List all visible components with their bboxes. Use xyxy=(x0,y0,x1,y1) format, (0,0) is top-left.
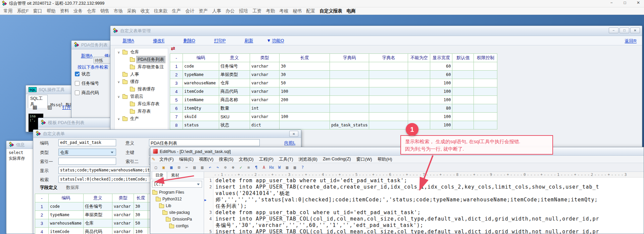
menu-item[interactable]: 考核 xyxy=(277,8,291,14)
swap-columns-icon[interactable]: ⇄ xyxy=(171,45,175,51)
menu-item[interactable]: 资产 xyxy=(197,8,210,14)
code-input[interactable]: edt_pad_wait_task xyxy=(58,139,116,146)
status-filter-combo[interactable]: 待拣 xyxy=(94,57,112,64)
toolbar-icon[interactable]: ▨ xyxy=(291,164,298,171)
editplus-menu-item[interactable]: 搜索(S) xyxy=(216,156,236,162)
tree-item[interactable]: 库存物资备注 xyxy=(115,63,168,71)
close-icon[interactable]: ✕ xyxy=(634,0,643,5)
toolbar-icon[interactable]: ▥ xyxy=(199,164,206,171)
filter-checkbox-row[interactable]: 商品代码 xyxy=(75,90,99,96)
table-row[interactable]: 3warehouseName仓库 varchar50 100 xyxy=(170,79,497,87)
tree-item[interactable]: 库位库存表 xyxy=(115,100,168,108)
functions-button[interactable]: ▼功能O xyxy=(266,37,284,44)
close-icon[interactable]: ✕ xyxy=(289,131,298,137)
back-button[interactable]: 返回R xyxy=(625,38,637,44)
code-line[interactable]: 4 insert into APP_USER_TAB_COL(col_id,co… xyxy=(204,216,644,222)
copy-icon[interactable]: ▥ xyxy=(47,104,52,110)
toolbar-link[interactable]: 修改E xyxy=(153,38,165,44)
meaning-input[interactable]: PDA任务列表 xyxy=(149,139,260,146)
menu-item[interactable]: 收支 xyxy=(138,8,152,14)
column-header[interactable]: 字典码 xyxy=(330,54,369,62)
toolbar-icon[interactable]: ▤ xyxy=(191,164,198,171)
table-row[interactable]: 7skuIdSKU varchar100 100 xyxy=(170,113,497,121)
editplus-menu-item[interactable]: 浏览器(B) xyxy=(296,156,320,162)
toolbar-icon[interactable]: W xyxy=(276,164,283,171)
editplus-menu-item[interactable]: 文档(D) xyxy=(236,156,256,162)
menu-item[interactable]: 人事 xyxy=(210,8,224,14)
checkbox-icon[interactable] xyxy=(75,90,80,95)
column-header[interactable]: 权限控制 xyxy=(474,54,497,62)
minimize-icon[interactable]: − xyxy=(607,0,616,5)
editplus-menu-item[interactable]: 窗口(W) xyxy=(354,156,375,162)
menu-item[interactable]: 仓库 xyxy=(85,8,98,14)
maximize-icon[interactable]: □ xyxy=(620,28,629,33)
tab-directory[interactable]: 目录 xyxy=(152,172,167,179)
code-line[interactable]: 任务列表'); xyxy=(204,203,644,209)
save-icon[interactable]: ▦ xyxy=(33,104,37,110)
code-line[interactable]: values('20241014','杨老 xyxy=(204,190,644,197)
code-line[interactable]: ▶ 师','','','','status[val:0|checked];cod… xyxy=(204,197,644,203)
expander-icon[interactable]: ∨ xyxy=(117,95,121,99)
custom-form-title-bar[interactable]: 自定义表单 ✕ xyxy=(33,130,301,138)
toolbar-icon[interactable]: ⊕ xyxy=(230,164,237,171)
maximize-icon[interactable]: □ xyxy=(621,0,629,5)
tree-item[interactable]: PDA任务列表 xyxy=(115,56,168,63)
table-row[interactable]: 5itemName商品名称 varchar200 100 xyxy=(170,96,497,104)
toolbar-icon[interactable]: ▦ xyxy=(168,164,175,171)
code-line[interactable]: 务编号','30','varchar','','',60,'','1','','… xyxy=(204,222,644,229)
menu-item[interactable]: 往来款 xyxy=(152,8,170,14)
menu-item[interactable]: 工资 xyxy=(250,8,264,14)
close-icon[interactable]: ✕ xyxy=(630,28,640,33)
checkbox-icon[interactable] xyxy=(75,81,80,86)
menu-item[interactable]: 常用 xyxy=(1,8,15,14)
menu-item[interactable]: 销售 xyxy=(98,8,111,14)
tree-item[interactable]: ∨ 管易云 xyxy=(115,93,168,100)
editplus-menu-item[interactable]: 工程(P) xyxy=(256,156,276,162)
folder-item[interactable]: site-packag xyxy=(150,209,204,216)
editplus-menu-item[interactable]: 工具(T) xyxy=(276,156,296,162)
column-header[interactable]: 字典名 xyxy=(369,54,408,62)
expander-icon[interactable]: ∨ xyxy=(117,117,121,121)
toolbar-icon[interactable]: ? xyxy=(299,164,306,171)
toolbar-icon[interactable]: Hx xyxy=(268,164,275,171)
menu-item[interactable]: 会计 xyxy=(183,8,197,14)
toolbar-icon[interactable]: ↶ xyxy=(206,164,213,171)
table-row[interactable]: 1code任务编号 varchar30 60 xyxy=(170,62,497,71)
column-header[interactable]: - xyxy=(35,194,49,202)
checkbox-icon[interactable] xyxy=(75,72,80,76)
menu-item[interactable]: 电商 xyxy=(344,8,358,14)
tree-item[interactable]: ∨ 生产 xyxy=(115,115,168,122)
code-line[interactable]: 5 insert into APP_USER_TAB_COL(col_id,co… xyxy=(204,229,644,234)
column-header[interactable]: 编码 xyxy=(49,194,84,202)
tree-item[interactable]: 人事 xyxy=(115,71,168,78)
folder-item[interactable]: Lib xyxy=(150,202,204,209)
toolbar-icon[interactable]: ≡ xyxy=(245,164,252,171)
filter-checkbox-row[interactable]: 任务编号 xyxy=(75,80,99,86)
drive-combo[interactable]: [C:] xyxy=(152,181,202,188)
folder-item[interactable]: configs xyxy=(150,223,204,229)
menu-item[interactable]: 生产 xyxy=(170,8,183,14)
toolbar-icon[interactable]: ▧ xyxy=(284,164,291,171)
type-combo[interactable]: 仓库 xyxy=(58,149,116,156)
index1-input[interactable] xyxy=(58,158,116,165)
tab-cliptext[interactable]: 素材 xyxy=(168,172,183,179)
column-header[interactable]: 类型 xyxy=(250,54,280,62)
menu-item[interactable]: 窗口 xyxy=(31,8,44,14)
column-header[interactable]: 长度 xyxy=(134,194,148,202)
editplus-menu-item[interactable]: Zen Coding(Z) xyxy=(320,156,354,162)
column-header[interactable]: 默认值 xyxy=(452,54,474,62)
toolbar-icon[interactable]: ⊟ xyxy=(176,164,183,171)
editplus-menu-item[interactable]: 文件(F) xyxy=(157,156,177,162)
table-row[interactable]: 6itemQty数量 int 80 xyxy=(170,104,497,113)
column-header[interactable]: - xyxy=(170,54,183,62)
expander-icon[interactable]: ∨ xyxy=(117,80,121,84)
toolbar-link[interactable]: 新增A xyxy=(122,38,134,44)
minimize-icon[interactable]: − xyxy=(609,28,618,33)
toolbar-icon[interactable]: ▣ xyxy=(160,164,167,171)
toolbar-icon[interactable]: ⊙ xyxy=(222,164,229,171)
code-line[interactable]: 2 insert into APP_USER_TAB(create_date,c… xyxy=(204,184,644,190)
table-row[interactable]: 8status状态 dictpda_task_status 100 xyxy=(170,121,497,129)
code-line[interactable]: 1 delete from app_user_tab where ut_id='… xyxy=(204,178,644,184)
forward-button[interactable]: 向前L xyxy=(284,140,295,146)
menu-item[interactable]: 招培 xyxy=(237,8,250,14)
